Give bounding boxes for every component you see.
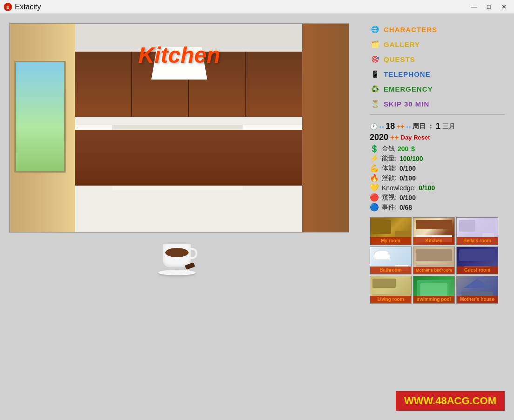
right-panel: 🌐 CHARACTERS 🗂️ GALLERY 🎯 QUESTS 📱 TELEP…: [370, 23, 505, 411]
room-mothers-house[interactable]: Mother's house: [456, 276, 498, 304]
cup-chocolate: [185, 262, 195, 270]
time-minute: 1: [436, 121, 440, 131]
room-bathroom[interactable]: Bathroom: [370, 247, 412, 274]
divider-1: [370, 114, 505, 115]
room-label-mothers-house: Mother's house: [457, 296, 498, 303]
menu-characters[interactable]: 🌐 CHARACTERS: [370, 23, 505, 35]
room-my-room[interactable]: My room: [370, 217, 412, 245]
room-label-pool: swimming pool: [413, 296, 454, 303]
snoop-value: 0/100: [399, 194, 416, 201]
menu-gallery[interactable]: 🗂️ GALLERY: [370, 38, 505, 50]
time-colon: ：: [427, 122, 434, 131]
room-kitchen[interactable]: Kitchen: [413, 217, 455, 245]
snoop-icon: 🔴: [370, 193, 379, 202]
room-label-guest: Guest room: [457, 267, 498, 274]
gallery-label: GALLERY: [384, 40, 420, 48]
energy-value: 100/100: [399, 155, 423, 162]
room-living-room[interactable]: Living room: [370, 276, 412, 304]
cup-body: [163, 244, 191, 267]
minimize-button[interactable]: —: [467, 2, 480, 12]
knowledge-icon: 💛: [370, 183, 379, 192]
room-label-kitchen: Kitchen: [413, 237, 454, 245]
watermark: WWW.48ACG.COM: [396, 391, 505, 411]
lust-label: 淫欲:: [382, 174, 397, 182]
cup-liquid: [165, 248, 189, 257]
titlebar: E Extacity — □ ✕: [0, 0, 514, 14]
room-grid: My room Kitchen Bella's room: [370, 217, 505, 304]
time-plusplus: ++: [397, 123, 404, 130]
stat-snoop: 🔴 窥视: 0/100: [370, 193, 505, 202]
quests-icon: 🎯: [370, 54, 380, 64]
stat-knowledge: 💛 Knowledge: 0/100: [370, 183, 505, 192]
money-label: 金钱: [382, 145, 395, 153]
kitchen-cabinets-bottom: [75, 130, 302, 186]
snoop-label: 窥视:: [382, 193, 397, 202]
knowledge-label: Knowledge:: [382, 184, 416, 192]
menu-emergency[interactable]: ♻️ EMERGENCY: [370, 83, 505, 95]
room-swimming-pool[interactable]: swimming pool: [413, 276, 455, 304]
knowledge-value: 0/100: [419, 184, 435, 192]
stat-money: 💲 金钱 200 $: [370, 144, 505, 153]
menu-telephone[interactable]: 📱 TELEPHONE: [370, 68, 505, 80]
body-value: 0/100: [399, 165, 416, 172]
room-bellas-room[interactable]: Bella's room: [456, 217, 498, 245]
time-day: 周日: [413, 122, 426, 131]
app-icon: E: [4, 3, 12, 11]
characters-label: CHARACTERS: [384, 26, 437, 33]
time-hour: 18: [386, 121, 395, 131]
event-label: 事件:: [382, 203, 397, 212]
clock-icon: 🕐: [370, 123, 378, 130]
menu-skip[interactable]: ⏳ SKIP 30 MIN: [370, 98, 505, 110]
time-minus2: --: [406, 123, 411, 130]
cup-saucer: [158, 270, 196, 275]
time-year: 2020: [370, 133, 388, 142]
emergency-icon: ♻️: [370, 84, 380, 94]
lust-value: 0/100: [399, 174, 416, 182]
stat-energy: ⚡ 能量: 100/100: [370, 154, 505, 163]
stat-lust: 🔥 淫欲: 0/100: [370, 173, 505, 182]
close-button[interactable]: ✕: [497, 2, 510, 12]
money-value: 200: [398, 145, 408, 153]
maximize-button[interactable]: □: [482, 2, 495, 12]
svg-text:E: E: [7, 5, 9, 10]
stat-body: 💪 体能: 0/100: [370, 164, 505, 173]
year-plus: ++: [390, 133, 399, 142]
main-content: Kitchen 🌐 CHARACTERS 🗂️ GALLERY: [0, 14, 514, 420]
room-mothers-bedroom[interactable]: Mother's bedroom: [413, 247, 455, 274]
money-icon: 💲: [370, 144, 379, 153]
room-label-bathroom: Bathroom: [370, 267, 411, 274]
kitchen-wall-right: [302, 24, 349, 232]
lust-icon: 🔥: [370, 173, 379, 182]
characters-icon: 🌐: [370, 24, 380, 34]
telephone-label: TELEPHONE: [384, 70, 431, 78]
stat-event: 🔵 事件: 0/68: [370, 203, 505, 212]
window-controls: — □ ✕: [467, 2, 510, 12]
coffee-cup-item[interactable]: [158, 247, 196, 275]
event-value: 0/68: [399, 204, 412, 211]
room-label-bellas: Bella's room: [457, 237, 498, 245]
room-guest-room[interactable]: Guest room: [456, 247, 498, 274]
gallery-icon: 🗂️: [370, 39, 380, 49]
menu-quests[interactable]: 🎯 QUESTS: [370, 53, 505, 65]
energy-label: 能量:: [382, 154, 397, 163]
game-view: Kitchen: [9, 23, 363, 411]
year-row: 2020 ++ Day Reset: [370, 133, 505, 142]
stats-area: 🕐 -- 18 ++ -- 周日 ： 1 三月 2020 ++ Day Rese…: [370, 121, 505, 213]
event-icon: 🔵: [370, 203, 379, 212]
day-reset-label: Day Reset: [401, 134, 430, 141]
scene-container: Kitchen: [9, 23, 349, 233]
body-label: 体能:: [382, 164, 397, 173]
titlebar-title: Extacity: [15, 3, 41, 11]
quests-label: QUESTS: [384, 55, 415, 63]
time-month: 三月: [442, 122, 455, 131]
cup-handle: [190, 248, 197, 259]
money-symbol: $: [411, 145, 415, 153]
scene-title: Kitchen: [138, 42, 220, 68]
room-label-myroom: My room: [370, 237, 411, 245]
energy-icon: ⚡: [370, 154, 379, 163]
room-label-mothers-bedroom: Mother's bedroom: [413, 267, 454, 274]
watermark-text: WWW.48ACG.COM: [404, 395, 496, 407]
telephone-icon: 📱: [370, 69, 380, 79]
skip-icon: ⏳: [370, 99, 380, 109]
time-row: 🕐 -- 18 ++ -- 周日 ： 1 三月: [370, 121, 505, 131]
